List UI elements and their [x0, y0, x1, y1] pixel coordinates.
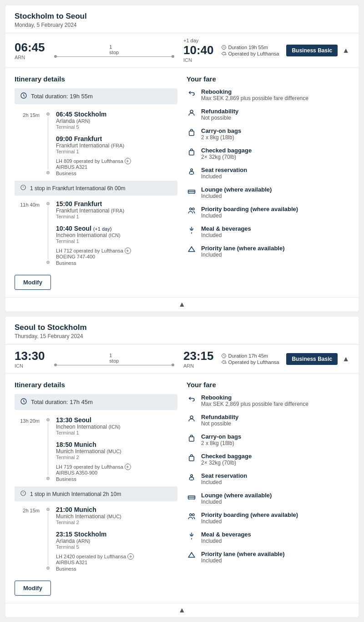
- fare-item-value-2: 2 x 8kg (18lb): [201, 440, 241, 446]
- duration-info-1: Duration 17h 45m Operated by Lufthansa: [221, 353, 279, 365]
- stops-label-0: 1stop: [109, 44, 119, 55]
- flight-summary-1: 13:30 ICN 1stop 23:15 ARN Duration 17h 4…: [5, 344, 359, 374]
- leg-1-dep-airport-0: Arlanda (ARN): [56, 118, 177, 124]
- fare-item-title-2: Carry-on bags: [201, 433, 241, 440]
- fare-item-0: Rebooking Max SEK 2,869 plus possible fa…: [187, 394, 349, 407]
- svg-point-9: [192, 208, 195, 210]
- leg-2-arr-time-city-0: 10:40 Seoul (+1 day): [56, 225, 177, 232]
- lufthansa-logo-icon-2-1: ✈: [127, 553, 134, 560]
- leg-2-1: 2h 15m 21:00 Munich Munich International…: [15, 506, 177, 571]
- fare-icon-0: [187, 88, 197, 98]
- fare-icon-1: [187, 108, 197, 118]
- itinerary-section-1: Itinerary details Total duration: 17h 45…: [15, 381, 177, 596]
- leg-2-flight-info-1: LH 2420 operated by Lufthansa ✈ AIRBUS A…: [56, 553, 177, 571]
- modify-button-1[interactable]: Modify: [15, 581, 51, 596]
- fare-icon-7: [187, 225, 197, 235]
- fare-item-value-6: Included: [201, 518, 298, 525]
- flight-summary-0: 06:45 ARN 1stop +1 day 10:40 ICN Duratio…: [5, 33, 359, 68]
- arrival-time-block-0: +1 day 10:40 ICN: [183, 38, 214, 63]
- fare-item-3: Checked baggage 2× 32kg (70lb): [187, 453, 349, 466]
- fare-item-title-6: Priority boarding (where available): [201, 206, 298, 212]
- leg-1-dep-time-city-1: 13:30 Seoul: [56, 416, 177, 424]
- leg-2-flight-info-0: LH 712 operated by Lufthansa ✈ BOEING 74…: [56, 248, 177, 266]
- flight-progress-line-1: [54, 365, 175, 365]
- collapse-row-0: ▲: [5, 297, 359, 311]
- leg-1-0: 2h 15m 06:45 Stockholm Arlanda (ARN) Ter…: [15, 111, 177, 176]
- duration-text-0: Duration 19h 55m: [228, 45, 268, 50]
- clock-icon-1: [20, 398, 27, 406]
- arrival-airport-1: ARN: [183, 363, 214, 369]
- collapse-button-0[interactable]: ▲: [338, 46, 349, 55]
- flight-card-0: Stockholm to Seoul Monday, 5 February 20…: [5, 5, 359, 311]
- flight-date-0: Monday, 5 February 2024: [15, 22, 349, 28]
- arrival-time-block-1: 23:15 ARN: [183, 349, 214, 369]
- fare-item-0: Rebooking Max SEK 2,869 plus possible fa…: [187, 88, 349, 101]
- fare-item-value-5: Included: [201, 499, 272, 505]
- flight-route-0: Stockholm to Seoul: [15, 12, 349, 21]
- departure-airport-1: ICN: [15, 363, 45, 369]
- collapse-button-1[interactable]: ▲: [338, 355, 349, 363]
- leg-1-flight-info-1: LH 719 operated by Lufthansa ✈ AIRBUS A3…: [56, 464, 177, 482]
- leg-1-class-0: Business: [56, 171, 177, 176]
- fare-item-5: Lounge (where available) Included: [187, 186, 349, 199]
- leg-1-arr-terminal-1: Terminal 2: [56, 455, 177, 460]
- leg-2-dep-airport-1: Munich International (MUC): [56, 513, 177, 520]
- arrival-time-1: 23:15: [183, 349, 214, 363]
- fare-item-value-7: Included: [201, 232, 251, 238]
- modify-button-0[interactable]: Modify: [15, 275, 51, 290]
- leg-2-dep-terminal-1: Terminal 2: [56, 520, 177, 525]
- leg-1-arr-airport-0: Frankfurt International (FRA): [56, 142, 177, 149]
- leg-2-arr-airport-0: Incheon International (ICN): [56, 232, 177, 238]
- fare-badge-1: Business Basic: [286, 353, 338, 365]
- arrival-plus-day-0: +1 day: [183, 38, 214, 43]
- duration-info-0: Duration 19h 55m Operated by Lufthansa: [221, 45, 279, 56]
- fare-item-title-5: Lounge (where available): [201, 186, 272, 193]
- collapse-up-button-0[interactable]: ▲: [178, 300, 186, 308]
- fare-icon-5: [187, 492, 197, 502]
- fare-section-0: Your fare Rebooking Max SEK 2,869 plus p…: [187, 75, 349, 290]
- fare-item-value-3: 2× 32kg (70lb): [201, 154, 252, 160]
- fare-item-7: Meal & beverages Included: [187, 531, 349, 544]
- fare-item-2: Carry-on bags 2 x 8kg (18lb): [187, 127, 349, 141]
- departure-time-block-0: 06:45 ARN: [15, 40, 45, 60]
- collapse-up-button-1[interactable]: ▲: [178, 606, 186, 614]
- fare-item-title-3: Checked baggage: [201, 453, 252, 460]
- duration-text-1: Duration 17h 45m: [228, 353, 268, 359]
- fare-icon-6: [187, 206, 197, 216]
- flight-line-container-0: 1stop: [45, 44, 184, 57]
- fare-item-value-8: Included: [201, 252, 285, 258]
- fare-item-title-1: Refundability: [201, 108, 238, 115]
- flight-header-0: Stockholm to Seoul Monday, 5 February 20…: [5, 5, 359, 33]
- fare-item-2: Carry-on bags 2 x 8kg (18lb): [187, 433, 349, 446]
- stop-info-1: 1 stop in Munich International 2h 10m: [30, 491, 121, 497]
- details-container-0: Itinerary details Total duration: 19h 55…: [5, 68, 359, 297]
- leg-1-aircraft-1: AIRBUS A350-900: [56, 470, 177, 475]
- fare-item-title-6: Priority boarding (where available): [201, 511, 298, 518]
- fare-item-title-3: Checked baggage: [201, 147, 252, 154]
- leg-2-dep-airport-0: Frankfurt International (FRA): [56, 207, 177, 214]
- leg-1-dep-terminal-0: Terminal 5: [56, 124, 177, 130]
- fare-item-value-2: 2 x 8kg (18lb): [201, 134, 241, 141]
- fare-item-value-0: Max SEK 2,869 plus possible fare differe…: [201, 401, 308, 407]
- leg-2-arr-time-city-1: 23:15 Stockholm: [56, 531, 177, 538]
- flight-route-1: Seoul to Stockholm: [15, 323, 349, 332]
- fare-icon-8: [187, 245, 197, 255]
- collapse-row-1: ▲: [5, 603, 359, 617]
- details-container-1: Itinerary details Total duration: 17h 45…: [5, 374, 359, 603]
- leg-2-0: 11h 40m 15:00 Frankfurt Frankfurt Intern…: [15, 200, 177, 266]
- svg-point-6: [191, 169, 193, 171]
- svg-point-17: [191, 475, 193, 477]
- leg-2-dep-terminal-0: Terminal 1: [56, 214, 177, 219]
- stop-bar-0: 1 stop in Frankfurt International 6h 00m: [15, 181, 177, 196]
- fare-item-6: Priority boarding (where available) Incl…: [187, 206, 349, 219]
- departure-time-block-1: 13:30 ICN: [15, 349, 45, 369]
- leg-1-arr-airport-1: Munich International (MUC): [56, 448, 177, 455]
- leg-2-aircraft-0: BOEING 747-400: [56, 254, 177, 259]
- flight-card-1: Seoul to Stockholm Thursday, 15 February…: [5, 317, 359, 617]
- fare-item-value-3: 2× 32kg (70lb): [201, 460, 252, 466]
- leg-2-duration-0: 11h 40m: [15, 200, 40, 266]
- fare-icon-1: [187, 414, 197, 424]
- fare-item-3: Checked baggage 2× 32kg (70lb): [187, 147, 349, 160]
- flight-line-container-1: 1stop: [45, 353, 184, 365]
- fare-icon-8: [187, 551, 197, 561]
